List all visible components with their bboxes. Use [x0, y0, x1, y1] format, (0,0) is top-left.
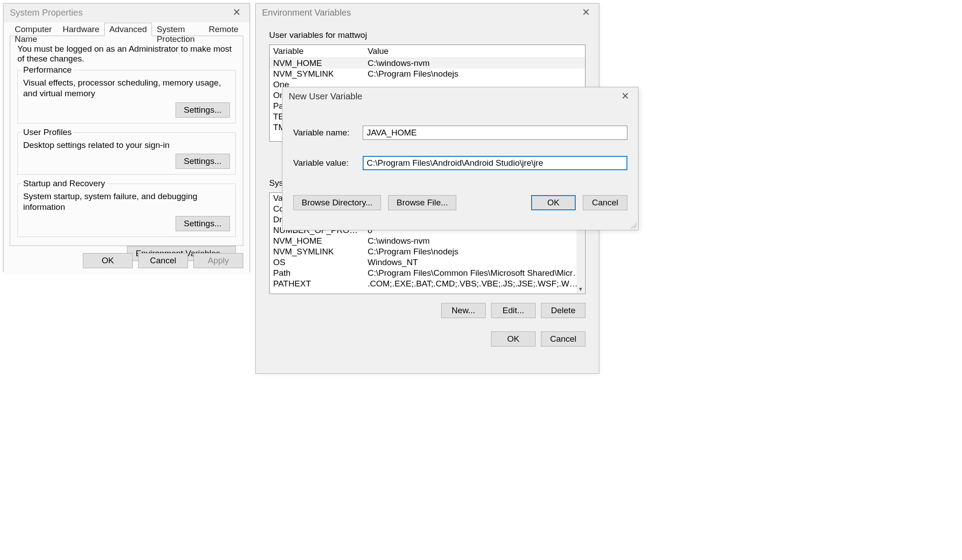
table-row[interactable]: NVM_SYMLINKC:\Program Files\nodejs [270, 69, 585, 79]
table-row[interactable]: OSWindows_NT [270, 257, 585, 268]
startup-recovery-group-desc: System startup, system failure, and debu… [23, 191, 230, 213]
system-properties-window: System Properties ✕ Computer Name Hardwa… [3, 3, 250, 272]
performance-group-desc: Visual effects, processor scheduling, me… [23, 78, 230, 99]
cancel-button[interactable]: Cancel [138, 253, 188, 268]
cell-variable: NVM_HOME [270, 236, 364, 246]
browse-directory-button[interactable]: Browse Directory... [293, 195, 381, 210]
variable-name-input[interactable] [363, 126, 627, 140]
env-ok-button[interactable]: OK [491, 331, 536, 347]
variable-name-label: Variable name: [293, 128, 363, 138]
cell-value: C:\Program Files\nodejs [364, 246, 585, 257]
user-profiles-settings-button[interactable]: Settings... [176, 154, 230, 169]
env-cancel-button[interactable]: Cancel [541, 331, 585, 347]
system-properties-titlebar[interactable]: System Properties ✕ [4, 4, 250, 21]
table-row[interactable]: NVM_HOMEC:\windows-nvm [270, 58, 585, 69]
startup-recovery-settings-button[interactable]: Settings... [176, 216, 230, 231]
tab-remote[interactable]: Remote [204, 23, 243, 36]
system-new-button[interactable]: New... [441, 303, 486, 318]
cell-value: C:\Program Files\nodejs [364, 69, 585, 79]
new-user-variable-title: New User Variable [289, 91, 362, 102]
cell-value: C:\windows-nvm [364, 236, 585, 246]
performance-group-title: Performance [21, 65, 74, 75]
system-delete-button[interactable]: Delete [541, 303, 585, 318]
table-row[interactable]: NVM_SYMLINKC:\Program Files\nodejs [270, 246, 585, 257]
table-header[interactable]: Variable Value [270, 45, 585, 58]
table-row[interactable]: NVM_HOMEC:\windows-nvm [270, 236, 585, 246]
header-variable[interactable]: Variable [270, 45, 364, 57]
header-value[interactable]: Value [364, 45, 585, 57]
variable-value-label: Variable value: [293, 158, 363, 168]
new-user-variable-dialog: New User Variable ✕ Variable name: Varia… [282, 87, 639, 230]
new-user-variable-titlebar[interactable]: New User Variable ✕ [282, 87, 638, 105]
user-profiles-group-desc: Desktop settings related to your sign-in [23, 140, 230, 151]
ok-button[interactable]: OK [83, 253, 133, 268]
tab-hardware[interactable]: Hardware [58, 23, 104, 36]
user-profiles-group: User Profiles Desktop settings related t… [17, 132, 236, 175]
user-profiles-group-title: User Profiles [21, 127, 74, 137]
cell-variable: OS [270, 257, 364, 268]
cell-variable: NVM_SYMLINK [270, 246, 364, 257]
newvar-cancel-button[interactable]: Cancel [583, 195, 627, 210]
resize-grip-icon[interactable] [630, 222, 637, 229]
cell-value: Windows_NT [364, 257, 585, 268]
system-properties-title: System Properties [10, 8, 82, 18]
environment-variables-titlebar[interactable]: Environment Variables ✕ [256, 4, 599, 21]
tab-system-protection[interactable]: System Protection [152, 23, 204, 36]
close-icon[interactable]: ✕ [579, 7, 593, 18]
tabs-row: Computer Name Hardware Advanced System P… [10, 22, 243, 36]
user-variables-label: User variables for mattwoj [269, 30, 585, 40]
variable-value-input[interactable] [363, 156, 627, 170]
system-edit-button[interactable]: Edit... [491, 303, 536, 318]
performance-settings-button[interactable]: Settings... [176, 102, 230, 118]
cell-value: .COM;.EXE;.BAT;.CMD;.VBS;.VBE;.JS;.JSE;.… [364, 278, 585, 289]
close-icon[interactable]: ✕ [230, 7, 243, 18]
apply-button[interactable]: Apply [193, 253, 243, 268]
table-row[interactable]: PATHEXT.COM;.EXE;.BAT;.CMD;.VBS;.VBE;.JS… [270, 278, 585, 289]
performance-group: Performance Visual effects, processor sc… [17, 70, 236, 123]
startup-recovery-group: Startup and Recovery System startup, sys… [17, 184, 236, 237]
admin-note: You must be logged on as an Administrato… [17, 44, 236, 64]
advanced-tab-sheet: You must be logged on as an Administrato… [10, 36, 243, 246]
close-icon[interactable]: ✕ [618, 90, 632, 102]
startup-recovery-group-title: Startup and Recovery [21, 179, 107, 188]
table-row[interactable]: PathC:\Program Files\Common Files\Micros… [270, 268, 585, 278]
tab-advanced[interactable]: Advanced [104, 23, 152, 36]
cell-value: C:\Program Files\Common Files\Microsoft … [364, 268, 585, 278]
cell-variable: PATHEXT [270, 278, 364, 289]
cell-variable: NVM_SYMLINK [270, 69, 364, 79]
scroll-down-icon[interactable]: ▼ [578, 285, 583, 293]
newvar-ok-button[interactable]: OK [531, 195, 576, 210]
cell-value: C:\windows-nvm [364, 58, 585, 69]
environment-variables-title: Environment Variables [262, 8, 351, 18]
cell-variable: Path [270, 268, 364, 278]
cell-variable: NVM_HOME [270, 58, 364, 69]
browse-file-button[interactable]: Browse File... [388, 195, 456, 210]
tab-computer-name[interactable]: Computer Name [10, 23, 58, 36]
